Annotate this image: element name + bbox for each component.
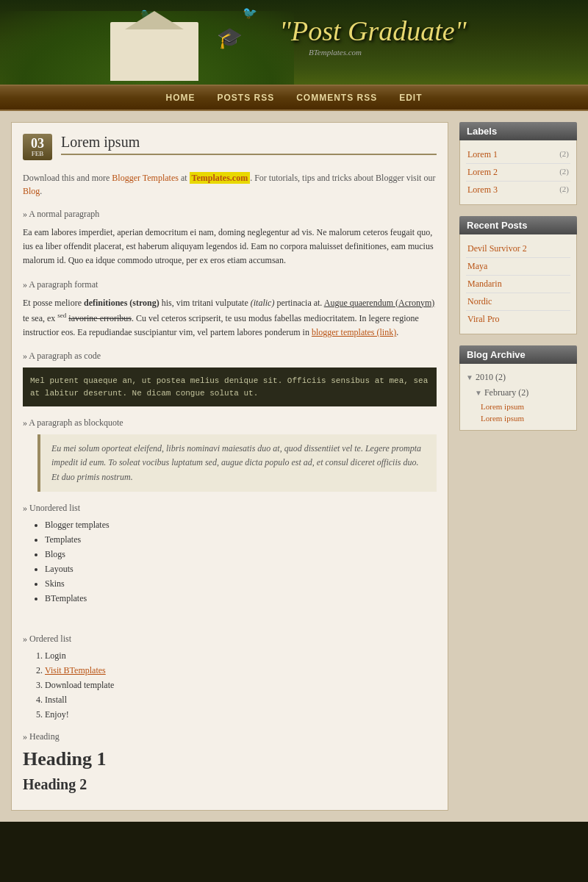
page-wrapper: 03 Feb Lorem ipsum Download this and mor… [0,111,588,822]
list-item: Skins [45,578,437,589]
label-name[interactable]: Lorem 1 [467,149,498,160]
nav-edit[interactable]: EDIT [399,93,422,103]
paragraph-format-heading: » A paragraph format [23,279,437,290]
intro-text-3: . For tutorials, tips and tricks about B… [250,173,435,183]
unordered-list: Blogger templates Templates Blogs Layout… [45,520,437,604]
archive-month-count: (2) [518,387,528,398]
templates-logo: Templates.com [190,172,251,184]
nav-home[interactable]: HOME [165,93,195,103]
navigation: HOME POSTS RSS COMMENTS RSS EDIT [0,85,588,111]
label-name[interactable]: Lorem 2 [467,167,498,178]
archive-month[interactable]: ▼ February (2) [466,385,570,401]
list-item: Login [45,650,437,662]
label-count: (2) [559,149,569,160]
header: 🐦 🐦 🎓 "Post Graduate" BTemplates.com [0,0,588,85]
main-content: 03 Feb Lorem ipsum Download this and mor… [11,122,448,811]
triangle-icon: ▼ [466,373,473,381]
recent-posts-widget-title: Recent Posts [459,216,577,234]
label-item: Lorem 3 (2) [466,182,570,198]
nav-comments-rss[interactable]: COMMENTS RSS [296,93,377,103]
post-intro: Download this and more Blogger Templates… [23,171,437,198]
recent-post-item[interactable]: Devil Survivor 2 [466,240,570,258]
list-item: Blogger templates [45,520,437,531]
label-count: (2) [559,184,569,196]
list-item: Layouts [45,564,437,575]
blogger-templates-link[interactable]: Blogger Templates [112,173,179,183]
archive-post-item[interactable]: Lorem ipsum [466,401,570,412]
normal-paragraph-heading: » A normal paragraph [23,209,437,220]
post-date-day: 03 [27,137,48,150]
labels-widget-body: Lorem 1 (2) Lorem 2 (2) Lorem 3 (2) [459,140,577,205]
paragraph-code-heading: » A paragraph as code [23,351,437,362]
header-building [110,22,198,81]
pf-text4: te sea, ex [23,313,57,323]
pf-link[interactable]: blogger templates (link) [312,327,396,337]
pf-italic: (italic) [251,298,275,308]
pf-strikethrough: iavorine erroribus [68,313,132,323]
archive-year[interactable]: ▼ 2010 (2) [466,370,570,385]
ordered-list-heading: » Ordered list [23,634,437,645]
recent-post-item[interactable]: Mandarin [466,276,570,293]
post-date-month: Feb [27,150,48,157]
blog-archive-widget: Blog Archive ▼ 2010 (2) ▼ February (2) L… [459,345,577,431]
graduation-cap-icon: 🎓 [217,26,243,50]
post-date-box: 03 Feb [23,134,52,160]
heading-2: Heading 2 [23,776,437,793]
recent-posts-widget: Recent Posts Devil Survivor 2 Maya Manda… [459,216,577,334]
archive-year-label: 2010 [476,372,493,382]
recent-post-item[interactable]: Viral Pro [466,311,570,328]
labels-widget-title: Labels [459,122,577,140]
label-item: Lorem 2 (2) [466,164,570,182]
sidebar: Labels Lorem 1 (2) Lorem 2 (2) Lorem 3 (… [459,122,577,811]
triangle-icon: ▼ [475,389,482,397]
recent-post-item[interactable]: Nordic [466,293,570,311]
archive-post-item[interactable]: Lorem ipsum [466,412,570,424]
list-item: Install [45,695,437,706]
list-item: Visit BTemplates [45,665,437,676]
list-item: Download template [45,680,437,691]
blockquote: Eu mei solum oporteat eleifend, libris n… [37,434,437,492]
list-item: Templates [45,534,437,545]
btemplates-ordered-link[interactable]: Visit BTemplates [45,665,106,675]
post-header: 03 Feb Lorem ipsum [23,134,437,160]
pf-underline: Augue quaerendum (Acronym) [324,298,435,308]
labels-widget: Labels Lorem 1 (2) Lorem 2 (2) Lorem 3 (… [459,122,577,205]
normal-paragraph-text: Ea eam labores imperdiet, aperian democr… [23,226,437,268]
intro-text-1: Download this and more [23,173,112,183]
site-title: "Post Graduate" [279,15,467,47]
header-building-roof [125,11,184,29]
pf-strong: definitiones (strong) [84,298,159,308]
pf-text1: Et posse meliore [23,298,84,308]
blog-archive-widget-title: Blog Archive [459,345,577,364]
intro-text-2: at [179,173,190,183]
nav-posts-rss[interactable]: POSTS RSS [217,93,274,103]
unordered-list-heading: » Unordered list [23,503,437,514]
intro-text-4: . [40,186,42,196]
blog-link[interactable]: Blog [23,186,40,196]
headings-section-heading: » Heading [23,731,437,742]
ordered-list: Login Visit BTemplates Download template… [45,650,437,720]
pf-text7: . [396,327,398,337]
label-item: Lorem 1 (2) [466,146,570,164]
list-item: BTemplates [45,593,437,604]
pf-text3: pertinacia at. [274,298,323,308]
list-item: Blogs [45,549,437,560]
list-item: Enjoy! [45,709,437,720]
paragraph-format-text: Et posse meliore definitiones (strong) h… [23,296,437,340]
blog-archive-widget-body: ▼ 2010 (2) ▼ February (2) Lorem ipsum Lo… [459,364,577,431]
recent-post-item[interactable]: Maya [466,258,570,276]
pf-text2: his, vim tritani vulputate [159,298,251,308]
recent-posts-widget-body: Devil Survivor 2 Maya Mandarin Nordic Vi… [459,234,577,334]
post-title: Lorem ipsum [61,134,437,155]
heading-1: Heading 1 [23,748,437,770]
label-count: (2) [559,167,569,178]
label-name[interactable]: Lorem 3 [467,184,498,196]
archive-year-count: (2) [495,372,506,382]
pf-superscript: sed [57,312,66,319]
paragraph-blockquote-heading: » A paragraph as blockquote [23,417,437,429]
archive-month-label: February [484,387,516,398]
paragraph-code-block: Mel putent quaeque an, ut postea melius … [23,368,437,406]
site-subtitle: BTemplates.com [309,48,362,57]
